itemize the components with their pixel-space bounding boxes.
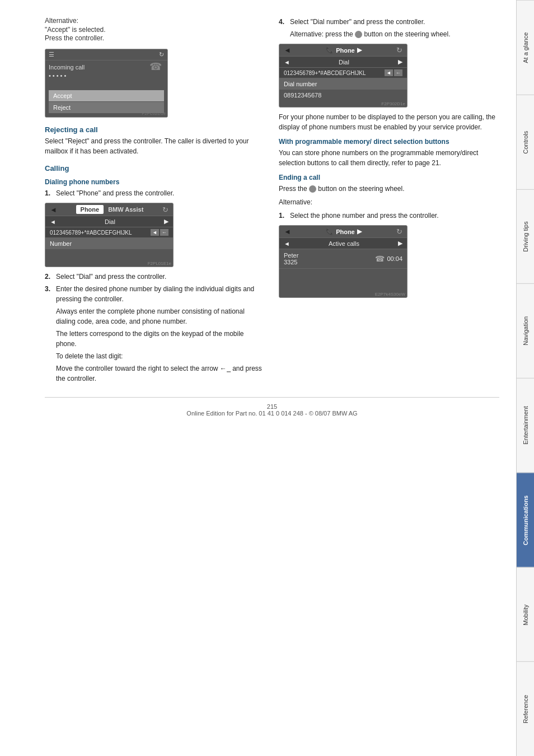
step3-num: 3.: [45, 284, 54, 304]
ps1-arrow-icons: ◄ ←: [151, 229, 168, 236]
ending-body: Press the button on the steering wheel.: [279, 184, 499, 194]
ps1-arrow-left: ◄: [50, 206, 57, 214]
screen-body: Incoming call ••••• ☎ Accept Reject: [45, 60, 167, 117]
step1-num: 1.: [45, 188, 54, 198]
ps2-arrow-icons: ◄ ←: [385, 69, 402, 76]
right-column: 4. Select "Dial number" and press the co…: [279, 17, 499, 386]
ps1-number-string: 0123456789+*#ABCDEFGHIJKL: [50, 230, 132, 236]
ps3-arrow-left2: ◄: [284, 240, 290, 247]
end-call-btn-icon: [309, 185, 316, 193]
ps2-dial-row: ◄ Dial ▶: [279, 57, 407, 68]
ps3-active-calls-row: ◄ Active calls ▶: [279, 238, 407, 249]
ps2-phone-text: Phone: [336, 47, 355, 54]
step2-num: 2.: [45, 272, 54, 282]
sidebar-tab-entertainment[interactable]: Entertainment: [517, 378, 534, 473]
ps3-top-bar: ◄ 📞 Phone ▶ ↻: [279, 226, 407, 238]
phone-screen-2: ◄ 📞 Phone ▶ ↻ ◄ Dial ▶ 0123456789+*#ABCD…: [279, 44, 407, 108]
step4-num: 4.: [279, 17, 288, 27]
alt-line1: "Accept" is selected.: [45, 26, 265, 34]
ps2-refresh-icon: ↻: [396, 46, 402, 54]
display-note: For your phone number to be displayed to…: [279, 112, 499, 132]
dialing-subheading: Dialing phone numbers: [45, 178, 265, 186]
step3-extra1: Always enter the complete phone number c…: [56, 306, 265, 326]
footer-text: Online Edition for Part no. 01 41 0 014 …: [186, 410, 357, 417]
ps3-image-ref: E2P7k4S30eW: [279, 291, 407, 297]
calling-heading: Calling: [45, 164, 265, 172]
phone-screen-3: ◄ 📞 Phone ▶ ↻ ◄ Active calls ▶ Peter: [279, 225, 407, 298]
ps3-phone-text: Phone: [336, 228, 355, 235]
ps2-dial-label: Dial: [339, 59, 349, 66]
step2: 2. Select "Dial" and press the controlle…: [45, 272, 265, 282]
ps2-number-row: 0123456789+*#ABCDEFGHIJKL ◄ ←: [279, 68, 407, 78]
ps1-dial-row: ◄ Dial ▶: [45, 216, 173, 227]
screen-refresh-icon: ↻: [159, 51, 164, 58]
step3-extra4: Move the controller toward the right to …: [56, 363, 265, 384]
ps3-arrow-left: ◄: [284, 227, 291, 236]
ps2-arrow-left: ◄: [284, 46, 291, 54]
ending-step1-num: 1.: [279, 211, 288, 221]
phone-screen-1: ◄ Phone BMW Assist ↻ ◄ Dial ▶ 0123456789…: [45, 203, 174, 267]
ending-heading: Ending a call: [279, 174, 499, 181]
programmable-heading: With programmable memory/ direct selecti…: [279, 138, 499, 146]
ps1-dial-arrow-left: ◄: [50, 218, 56, 225]
page-footer: 215 Online Edition for Part no. 01 41 0 …: [45, 397, 499, 417]
step3-text-main: Enter the desired phone number by dialin…: [56, 284, 265, 304]
ps3-empty-area2: [279, 280, 407, 291]
ps1-number-label: Number: [45, 238, 173, 249]
alt-label: Alternative:: [45, 17, 265, 25]
ps2-dial-number-label: Dial number: [279, 78, 407, 90]
phone-ringing-icon: ☎: [149, 60, 162, 73]
ps2-dial-arrow-right: ▶: [398, 58, 402, 66]
ps1-dial-label: Dial: [105, 218, 115, 225]
step2-text: Select "Dial" and press the controller.: [56, 272, 166, 282]
ps3-arrow-right-top: ▶: [357, 228, 362, 235]
page-number: 215: [267, 403, 277, 410]
screen-image-ref1: F2PL02D1e: [142, 111, 166, 116]
ps3-timer-value: 00:04: [387, 255, 402, 262]
ps3-call-row: Peter 3325 ☎ 00:04: [279, 249, 407, 269]
screen-menu-icon: ☰: [49, 51, 54, 58]
ps3-caller-info: Peter 3325: [284, 252, 298, 265]
ps3-refresh-icon: ↻: [396, 227, 402, 236]
ps1-dial-arrow-right: ▶: [164, 218, 168, 225]
sidebar-tab-controls[interactable]: Controls: [517, 95, 534, 189]
ps3-timer: ☎ 00:04: [375, 254, 402, 263]
ps1-top-bar: ◄ Phone BMW Assist ↻: [45, 203, 173, 216]
programmable-body: You can store phone numbers on the progr…: [279, 148, 499, 168]
ps2-arrow-right-top: ▶: [357, 46, 362, 54]
ps2-dial-arrow-left: ◄: [284, 59, 290, 66]
ps3-empty-area: [279, 269, 407, 280]
sidebar-tab-at-a-glance[interactable]: At a glance: [517, 0, 534, 95]
step4-alt: Alternative: press the button on the ste…: [290, 29, 499, 39]
ps3-call-icon: ☎: [375, 254, 385, 263]
sidebar-tab-driving-tips[interactable]: Driving tips: [517, 189, 534, 284]
sidebar-tab-communications[interactable]: Communications: [517, 473, 534, 567]
step1: 1. Select "Phone" and press the controll…: [45, 188, 265, 198]
ps1-number-value: [45, 249, 173, 260]
accept-menu-item: Accept: [49, 90, 164, 101]
ending-alt-label: Alternative:: [279, 197, 499, 207]
incoming-call-screen: ☰ ↻ Incoming call ••••• ☎ Accept Reject …: [45, 49, 168, 118]
steering-wheel-btn-icon: [355, 31, 362, 38]
incoming-call-label: Incoming call: [49, 64, 164, 71]
ps3-phone-icon-text: 📞: [326, 228, 334, 235]
ps1-tabs: Phone BMW Assist: [76, 205, 144, 214]
ps2-top-bar: ◄ 📞 Phone ▶ ↻: [279, 44, 407, 57]
sidebar-tab-reference[interactable]: Reference: [517, 661, 534, 756]
ps1-left-btn: ◄: [151, 229, 159, 236]
sidebar-tab-mobility[interactable]: Mobility: [517, 567, 534, 662]
ending-step1-text: Select the phone number and press the co…: [290, 211, 439, 221]
ps3-active-calls-label: Active calls: [329, 240, 359, 247]
sidebar-tab-navigation[interactable]: Navigation: [517, 283, 534, 378]
ps3-arrow-right2: ▶: [398, 240, 402, 247]
ps3-caller-name: Peter: [284, 252, 298, 259]
alt-line2: Press the controller.: [45, 34, 265, 42]
ps3-caller-num: 3325: [284, 259, 298, 265]
rejecting-heading: Rejecting a call: [45, 125, 265, 134]
ps1-number-row: 0123456789+*#ABCDEFGHIJKL ◄ ←: [45, 227, 173, 238]
screen-top-bar: ☰ ↻: [45, 49, 167, 60]
right-sidebar: At a glance Controls Driving tips Naviga…: [516, 0, 534, 756]
ps1-backspace-btn: ←: [160, 229, 168, 236]
ps3-phone-label: 📞 Phone ▶: [326, 228, 362, 235]
ps2-number-value: 08912345678: [279, 90, 407, 101]
